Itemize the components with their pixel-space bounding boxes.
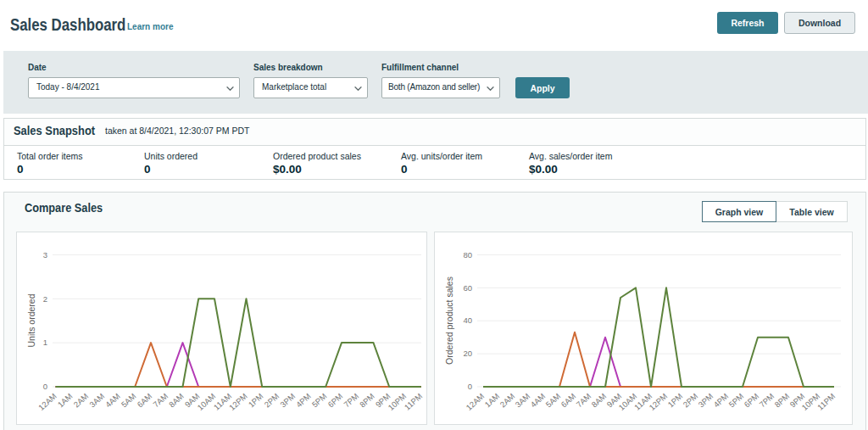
svg-text:2AM: 2AM bbox=[71, 391, 90, 409]
svg-text:4AM: 4AM bbox=[528, 391, 547, 409]
svg-text:1PM: 1PM bbox=[247, 391, 265, 409]
svg-text:3AM: 3AM bbox=[513, 391, 531, 409]
svg-text:80: 80 bbox=[463, 250, 472, 260]
svg-text:4PM: 4PM bbox=[294, 391, 313, 409]
svg-text:1AM: 1AM bbox=[482, 391, 501, 409]
svg-text:6AM: 6AM bbox=[559, 391, 577, 409]
svg-text:60: 60 bbox=[463, 283, 472, 293]
svg-text:0: 0 bbox=[43, 382, 47, 391]
svg-text:8PM: 8PM bbox=[358, 391, 376, 409]
svg-text:11PM: 11PM bbox=[815, 391, 837, 411]
svg-text:6PM: 6PM bbox=[742, 391, 760, 409]
svg-text:1AM: 1AM bbox=[56, 391, 75, 409]
svg-text:20: 20 bbox=[463, 349, 472, 358]
svg-text:1: 1 bbox=[43, 338, 47, 347]
svg-text:2: 2 bbox=[43, 294, 47, 304]
svg-text:7AM: 7AM bbox=[574, 391, 593, 409]
svg-text:4AM: 4AM bbox=[103, 391, 122, 409]
svg-text:7PM: 7PM bbox=[757, 391, 776, 409]
svg-text:8AM: 8AM bbox=[167, 391, 186, 409]
svg-text:3PM: 3PM bbox=[696, 391, 715, 409]
svg-text:10AM: 10AM bbox=[196, 391, 218, 412]
svg-text:1PM: 1PM bbox=[665, 391, 684, 409]
svg-text:5PM: 5PM bbox=[310, 391, 329, 409]
svg-text:5AM: 5AM bbox=[543, 391, 562, 409]
svg-text:0: 0 bbox=[468, 382, 472, 391]
svg-text:11PM: 11PM bbox=[403, 391, 424, 411]
svg-text:Units ordered: Units ordered bbox=[26, 293, 36, 347]
svg-text:Ordered product sales: Ordered product sales bbox=[444, 276, 454, 365]
svg-text:6PM: 6PM bbox=[326, 391, 344, 409]
svg-text:3: 3 bbox=[43, 250, 47, 260]
svg-text:2AM: 2AM bbox=[498, 391, 516, 409]
svg-text:8PM: 8PM bbox=[772, 391, 791, 409]
svg-text:5AM: 5AM bbox=[120, 391, 138, 409]
svg-text:40: 40 bbox=[463, 316, 472, 325]
svg-text:8AM: 8AM bbox=[589, 391, 608, 409]
svg-text:7AM: 7AM bbox=[151, 391, 170, 409]
svg-text:10PM: 10PM bbox=[387, 391, 409, 412]
svg-text:3AM: 3AM bbox=[87, 391, 106, 409]
svg-text:4PM: 4PM bbox=[711, 391, 730, 409]
svg-text:3PM: 3PM bbox=[278, 391, 297, 409]
svg-text:5PM: 5PM bbox=[726, 391, 745, 409]
svg-text:7PM: 7PM bbox=[342, 391, 360, 409]
svg-text:2PM: 2PM bbox=[681, 391, 699, 409]
svg-text:6AM: 6AM bbox=[135, 391, 153, 409]
svg-text:2PM: 2PM bbox=[262, 391, 281, 409]
